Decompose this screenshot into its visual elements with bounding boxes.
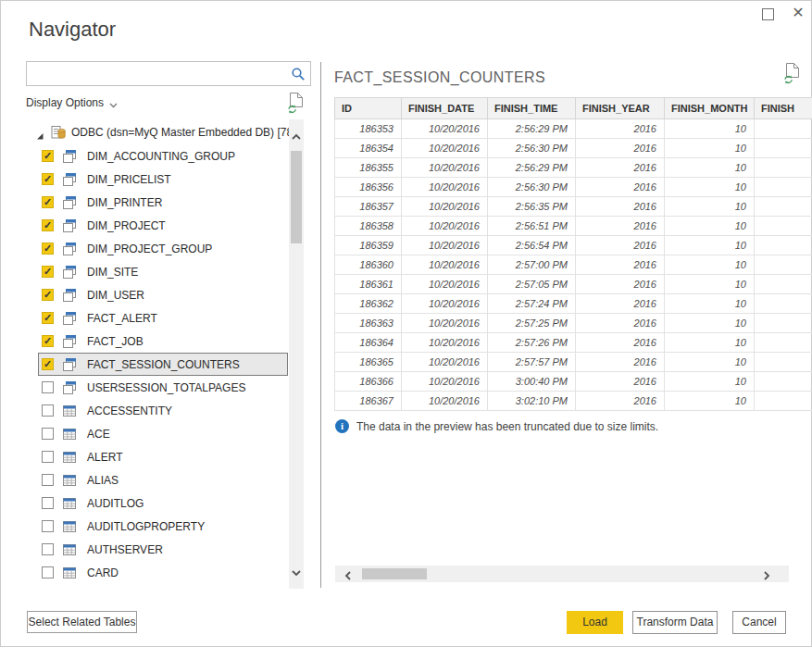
view-icon [62, 357, 77, 372]
table-cell: 2:56:35 PM [488, 197, 576, 217]
tree-item[interactable]: AUDITLOG [38, 491, 288, 515]
table-cell: 10 [665, 139, 755, 158]
table-cell [755, 139, 812, 158]
tree-item[interactable]: AUDITLOGPROPERTY [38, 515, 288, 538]
checkbox[interactable]: ✓ [42, 358, 54, 370]
table-icon [62, 473, 77, 488]
checkbox[interactable]: ✓ [42, 312, 54, 324]
table-row: 18636110/20/20162:57:05 PM201610 [335, 275, 812, 294]
search-input[interactable] [29, 64, 288, 83]
refresh-preview-icon[interactable] [782, 62, 801, 84]
table-cell: 186361 [335, 275, 402, 294]
table-cell: 2:57:00 PM [488, 255, 576, 275]
cancel-button[interactable]: Cancel [732, 611, 786, 634]
checkbox[interactable] [42, 428, 54, 440]
checkbox[interactable]: ✓ [42, 266, 54, 278]
tree-item[interactable]: ACCESSENTITY [38, 399, 288, 422]
table-cell: 10/20/2016 [402, 392, 488, 411]
table-cell: 10/20/2016 [402, 255, 488, 275]
close-icon[interactable]: ✕ [790, 4, 806, 22]
checkbox[interactable]: ✓ [42, 289, 54, 301]
tree-item-label: ALIAS [87, 474, 119, 487]
checkbox[interactable] [42, 451, 54, 463]
tree-item[interactable]: ✓ DIM_PRICELIST [38, 168, 288, 191]
table-row: 18635310/20/20162:56:29 PM201610 [335, 119, 812, 139]
checkbox[interactable] [42, 381, 54, 393]
tree-item[interactable]: AUTHSERVER [38, 538, 288, 561]
table-cell: 186357 [335, 197, 402, 217]
table-cell: 2:57:26 PM [488, 333, 576, 353]
tree-item[interactable]: ✓ DIM_PROJECT [38, 214, 288, 237]
refresh-icon[interactable] [286, 92, 305, 114]
transform-data-button[interactable]: Transform Data [632, 611, 718, 634]
table-cell [755, 197, 812, 217]
checkbox[interactable]: ✓ [42, 243, 54, 255]
table-cell [755, 392, 812, 411]
scroll-up-icon[interactable] [291, 128, 302, 144]
table-cell: 2016 [576, 217, 665, 236]
tree-item[interactable]: ✓ DIM_PROJECT_GROUP [38, 237, 288, 260]
checkbox[interactable] [42, 543, 54, 555]
display-options-dropdown[interactable]: Display Options [26, 94, 118, 111]
checkbox[interactable] [42, 520, 54, 532]
tree-item[interactable]: ✓ FACT_ALERT [38, 306, 288, 330]
table-cell: 10 [665, 197, 755, 217]
checkbox[interactable] [42, 566, 54, 579]
tree-item[interactable]: USERSESSION_TOTALPAGES [38, 376, 288, 399]
tree-item[interactable]: ✓ DIM_ACCOUNTING_GROUP [38, 144, 288, 168]
table-icon [62, 450, 77, 465]
tree-item-label: FACT_SESSION_COUNTERS [87, 358, 240, 371]
view-icon [62, 218, 77, 233]
scroll-right-icon[interactable] [763, 568, 770, 585]
checkbox[interactable]: ✓ [42, 173, 54, 185]
table-cell: 2:57:57 PM [488, 353, 576, 372]
table-cell [755, 294, 812, 314]
select-related-tables-button[interactable]: Select Related Tables [27, 611, 137, 633]
preview-scrollbar-thumb[interactable] [362, 568, 427, 579]
checkbox[interactable]: ✓ [42, 150, 54, 162]
checkbox[interactable]: ✓ [42, 335, 54, 347]
tree-item[interactable]: ACE [38, 422, 288, 445]
tree-item[interactable]: ✓ DIM_PRINTER [38, 191, 288, 214]
table-cell: 186353 [335, 119, 402, 139]
table-cell: 2:57:24 PM [488, 294, 576, 314]
tree-item[interactable]: ✓ DIM_USER [38, 283, 288, 306]
checkbox[interactable]: ✓ [42, 219, 54, 231]
tree-item[interactable]: ALIAS [38, 468, 288, 491]
tree-item[interactable]: ✓ FACT_SESSION_COUNTERS [38, 353, 288, 376]
search-icon[interactable] [291, 67, 306, 81]
table-cell: 3:02:10 PM [488, 392, 576, 411]
checkbox[interactable] [42, 497, 54, 509]
checkbox[interactable] [42, 404, 54, 417]
tree-item[interactable]: ALERT [38, 445, 288, 468]
truncation-note: i The data in the preview has been trunc… [335, 419, 658, 433]
table-cell: 2:57:25 PM [488, 314, 576, 333]
table-cell: 186362 [335, 294, 402, 314]
tree-item[interactable]: CARD [38, 561, 288, 584]
table-cell: 2016 [576, 197, 665, 217]
table-cell: 10/20/2016 [402, 119, 488, 139]
column-header: FINISH [755, 98, 812, 119]
table-cell: 10/20/2016 [402, 372, 488, 392]
table-cell [755, 255, 812, 275]
scroll-left-icon[interactable] [344, 568, 352, 585]
table-cell [755, 372, 812, 392]
scroll-down-icon[interactable] [291, 564, 302, 580]
checkbox[interactable]: ✓ [42, 196, 54, 208]
table-cell: 10/20/2016 [402, 333, 488, 353]
table-cell: 186360 [335, 255, 402, 275]
table-row: 18635610/20/20162:56:30 PM201610 [335, 178, 812, 197]
preview-scrollbar[interactable] [335, 566, 789, 582]
expand-collapse-icon[interactable] [35, 128, 44, 137]
tree-item[interactable]: ✓ DIM_SITE [38, 260, 288, 283]
table-icon [62, 427, 77, 442]
tree-scrollbar-thumb[interactable] [291, 151, 302, 243]
load-button[interactable]: Load [567, 611, 623, 634]
tree-root-odbc[interactable]: ODBC (dsn=MyQ Master Embedded DB) [78] [26, 119, 289, 144]
table-cell: 2:56:29 PM [488, 119, 576, 139]
checkbox[interactable] [42, 474, 54, 486]
tree-item[interactable]: ✓ FACT_JOB [38, 330, 288, 353]
database-icon [51, 125, 66, 140]
maximize-icon[interactable] [762, 8, 774, 20]
tree-scrollbar[interactable] [289, 119, 304, 589]
